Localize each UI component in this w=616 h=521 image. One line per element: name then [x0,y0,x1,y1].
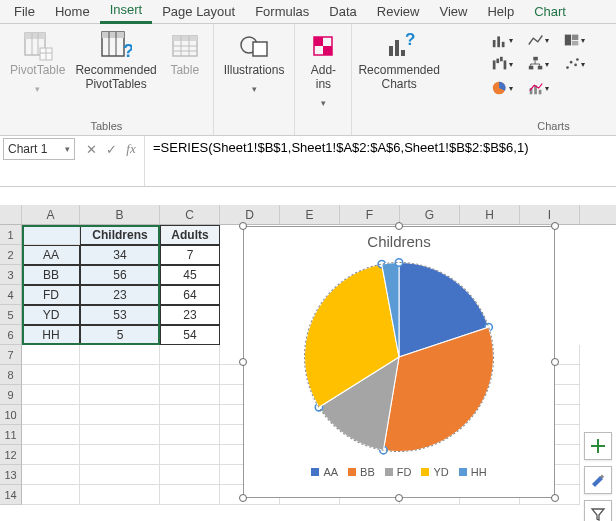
cell[interactable]: 54 [160,325,220,345]
legend-item[interactable]: AA [311,466,338,478]
row-header[interactable]: 13 [0,465,22,485]
cell[interactable] [80,445,160,465]
addins-button[interactable]: Add- ins [301,28,345,111]
col-header[interactable]: D [220,205,280,224]
chart-elements-button[interactable] [584,432,612,460]
resize-handle[interactable] [239,222,247,230]
tab-view[interactable]: View [429,1,477,23]
cell[interactable]: AA [22,245,80,265]
cell[interactable]: 53 [80,305,160,325]
cell[interactable] [80,365,160,385]
cell[interactable] [22,225,80,245]
cell[interactable] [22,385,80,405]
insert-function-button[interactable]: fx [122,139,140,159]
cell[interactable] [22,445,80,465]
cell[interactable] [160,425,220,445]
cell[interactable] [80,425,160,445]
hierarchy-chart-button[interactable]: ▾ [520,52,556,76]
legend-item[interactable]: FD [385,466,412,478]
resize-handle[interactable] [239,494,247,502]
line-chart-button[interactable]: ▾ [520,28,556,52]
scatter-chart-button[interactable]: ▾ [556,52,592,76]
recommended-pivottables-button[interactable]: ? Recommended PivotTables [71,28,160,94]
row-header[interactable]: 4 [0,285,22,305]
tab-home[interactable]: Home [45,1,100,23]
tab-chart[interactable]: Chart [524,1,576,23]
chart-filters-button[interactable] [584,500,612,521]
tab-formulas[interactable]: Formulas [245,1,319,23]
cell[interactable] [22,405,80,425]
cell[interactable]: 34 [80,245,160,265]
resize-handle[interactable] [239,358,247,366]
row-header[interactable]: 9 [0,385,22,405]
chart-styles-button[interactable] [584,466,612,494]
col-header[interactable]: G [400,205,460,224]
cell[interactable] [22,465,80,485]
row-header[interactable]: 3 [0,265,22,285]
cell[interactable] [160,445,220,465]
tab-data[interactable]: Data [319,1,366,23]
cell[interactable] [160,365,220,385]
cell[interactable] [160,405,220,425]
row-header[interactable]: 11 [0,425,22,445]
table-button[interactable]: Table [163,28,207,80]
resize-handle[interactable] [551,222,559,230]
row-header[interactable]: 10 [0,405,22,425]
illustrations-button[interactable]: Illustrations [220,28,289,97]
resize-handle[interactable] [395,494,403,502]
chart-legend[interactable]: AABBFDYDHH [244,462,554,482]
select-all-corner[interactable] [0,205,22,224]
cell[interactable] [22,345,80,365]
cancel-formula-button[interactable]: ✕ [82,139,100,159]
cell[interactable] [22,365,80,385]
cell[interactable] [160,385,220,405]
resize-handle[interactable] [551,494,559,502]
cell[interactable] [22,425,80,445]
cell[interactable] [80,465,160,485]
tab-review[interactable]: Review [367,1,430,23]
cell[interactable] [22,485,80,505]
combo-chart-button[interactable]: ▾ [520,76,556,100]
cell[interactable]: BB [22,265,80,285]
cell[interactable] [160,345,220,365]
col-header[interactable]: E [280,205,340,224]
col-header[interactable]: C [160,205,220,224]
cell[interactable]: Adults [160,225,220,245]
cell[interactable]: 23 [160,305,220,325]
cell[interactable]: 45 [160,265,220,285]
cell[interactable] [160,485,220,505]
treemap-chart-button[interactable]: ▾ [556,28,592,52]
cell[interactable] [160,465,220,485]
row-header[interactable]: 1 [0,225,22,245]
name-box[interactable]: Chart 1 [3,138,75,160]
col-header[interactable]: F [340,205,400,224]
cell[interactable] [80,485,160,505]
row-header[interactable]: 7 [0,345,22,365]
legend-item[interactable]: BB [348,466,375,478]
tab-page-layout[interactable]: Page Layout [152,1,245,23]
col-header[interactable]: A [22,205,80,224]
cell[interactable]: HH [22,325,80,345]
cell[interactable] [80,345,160,365]
legend-item[interactable]: HH [459,466,487,478]
cell[interactable] [80,385,160,405]
tab-file[interactable]: File [4,1,45,23]
pie-chart[interactable] [244,252,554,462]
recommended-charts-button[interactable]: ? Recommended Charts [354,28,443,94]
cell[interactable]: 64 [160,285,220,305]
cell[interactable]: YD [22,305,80,325]
resize-handle[interactable] [551,358,559,366]
tab-help[interactable]: Help [477,1,524,23]
chart-title[interactable]: Childrens [244,227,554,252]
column-chart-button[interactable]: ▾ [484,28,520,52]
cell[interactable]: 56 [80,265,160,285]
cell[interactable]: Childrens [80,225,160,245]
legend-item[interactable]: YD [421,466,448,478]
tab-insert[interactable]: Insert [100,0,153,24]
cell[interactable]: 23 [80,285,160,305]
waterfall-chart-button[interactable]: ▾ [484,52,520,76]
cell[interactable]: 5 [80,325,160,345]
col-header[interactable]: B [80,205,160,224]
enter-formula-button[interactable]: ✓ [102,139,120,159]
row-header[interactable]: 5 [0,305,22,325]
